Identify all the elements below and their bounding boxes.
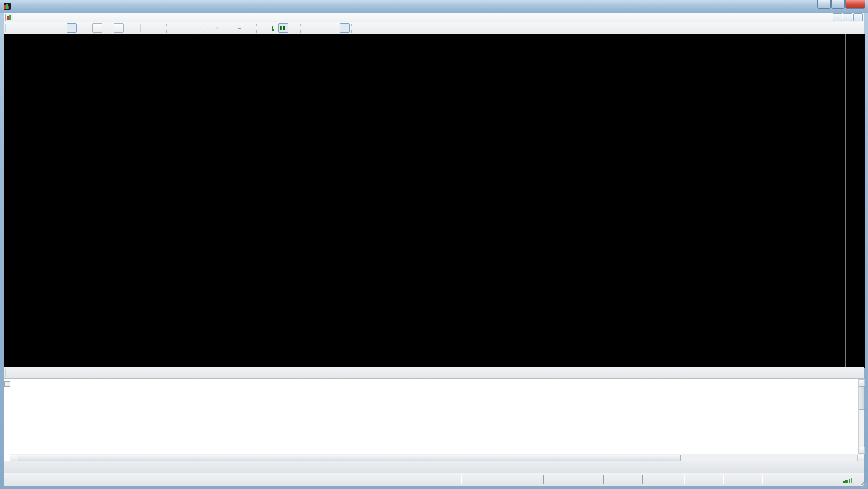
menu-bar	[4, 13, 864, 22]
cursor-button[interactable]	[144, 23, 154, 33]
templates-button[interactable]	[376, 23, 386, 33]
navigator-button[interactable]	[56, 23, 66, 33]
text-label-icon	[238, 28, 241, 29]
market-watch-button[interactable]	[34, 23, 44, 33]
status-cell-empty	[686, 475, 724, 484]
mdi-minimize-button[interactable]	[833, 13, 842, 21]
orders-table	[10, 379, 858, 454]
tabs-grip	[5, 369, 8, 377]
status-cell-empty	[603, 475, 641, 484]
equidistant-channel-button[interactable]: E	[202, 23, 212, 33]
status-account	[463, 475, 542, 484]
table-horizontal-scrollbar[interactable]	[10, 454, 864, 462]
auto-scroll-button[interactable]	[329, 23, 339, 33]
toolbar: E F	[4, 22, 864, 34]
vertical-line-button[interactable]	[170, 23, 180, 33]
chart-panel[interactable]	[4, 34, 864, 367]
zoom-out-button[interactable]	[314, 23, 324, 33]
metatrader-window: E F	[0, 0, 868, 489]
scroll-left-icon[interactable]	[10, 455, 17, 461]
status-bar	[4, 473, 864, 486]
fibonacci-button[interactable]: F	[213, 23, 223, 33]
scroll-down-icon[interactable]	[859, 447, 865, 454]
maximize-button[interactable]	[831, 0, 845, 9]
terminal-side-label	[4, 433, 10, 472]
status-traffic-cell	[764, 475, 864, 484]
text-label-button[interactable]	[234, 23, 244, 33]
bar-chart-icon	[271, 26, 275, 31]
time-axis[interactable]	[4, 356, 845, 368]
table-vertical-scrollbar[interactable]	[858, 379, 864, 454]
periods-button[interactable]	[365, 23, 375, 33]
terminal-tabs-bar	[4, 461, 864, 473]
resize-grip[interactable]	[861, 482, 867, 488]
new-chart-button[interactable]	[9, 23, 19, 33]
candlestick-chart-button[interactable]	[278, 23, 288, 33]
title-bar[interactable]	[0, 0, 868, 13]
toolbar-grip	[5, 24, 7, 32]
hscroll-thumb[interactable]	[18, 455, 681, 461]
connection-signal-icon	[843, 477, 852, 483]
minimize-button[interactable]	[817, 0, 831, 9]
bar-chart-button[interactable]	[267, 23, 277, 33]
status-help-text	[4, 475, 462, 484]
status-cell-empty	[642, 475, 685, 484]
horizontal-line-button[interactable]	[180, 23, 190, 33]
status-cell-empty	[725, 475, 763, 484]
chart-title	[10, 37, 16, 43]
close-button[interactable]	[845, 0, 865, 9]
status-cell-empty	[543, 475, 602, 484]
candlestick-chart[interactable]	[4, 34, 845, 356]
arrow-tools-button[interactable]	[245, 23, 255, 33]
trendline-button[interactable]	[191, 23, 201, 33]
crosshair-button[interactable]	[155, 23, 165, 33]
new-order-button[interactable]	[92, 23, 102, 33]
text-button[interactable]	[223, 23, 233, 33]
toolbar-grip	[140, 24, 142, 32]
start-strategy-button[interactable]	[114, 23, 124, 33]
line-chart-button[interactable]	[289, 23, 299, 33]
mdi-close-button[interactable]	[853, 13, 863, 21]
scroll-up-icon[interactable]	[859, 379, 865, 386]
chart-window-icon[interactable]	[5, 14, 13, 21]
mdi-restore-button[interactable]	[843, 13, 852, 21]
app-icon	[4, 3, 11, 10]
terminal-button[interactable]	[67, 23, 77, 33]
strategy-tester-button[interactable]	[77, 23, 87, 33]
scroll-right-icon[interactable]	[857, 455, 864, 461]
candlestick-chart-icon	[280, 25, 286, 31]
data-window-button[interactable]	[45, 23, 55, 33]
price-scale[interactable]	[845, 34, 865, 368]
indicators-button[interactable]	[355, 23, 365, 33]
expert-advisors-button[interactable]	[103, 23, 113, 33]
terminal-panel	[4, 379, 864, 461]
profiles-button[interactable]	[20, 23, 30, 33]
vscroll-thumb[interactable]	[859, 386, 864, 410]
chart-tabs-bar	[4, 367, 864, 379]
zoom-in-button[interactable]	[304, 23, 314, 33]
chart-shift-button[interactable]	[340, 23, 350, 33]
